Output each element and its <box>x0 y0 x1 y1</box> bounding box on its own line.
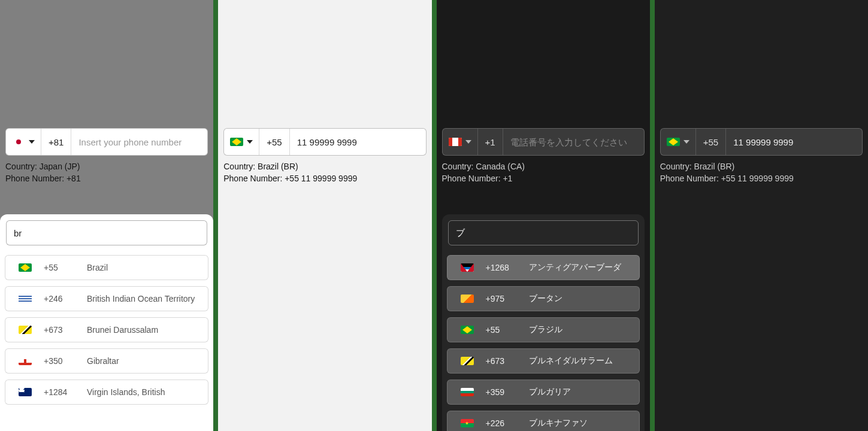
option-name: British Indian Ocean Territory <box>87 294 195 303</box>
chevron-down-icon <box>247 140 253 144</box>
panel-3: +55 Country: Brazil (BR) Phone Number: +… <box>655 0 868 431</box>
option-dial: +673 <box>44 325 76 335</box>
phone-input-row: +1 <box>442 128 645 156</box>
flag-brunei-icon <box>19 326 32 334</box>
country-option[interactable]: +226 ブルキナファソ <box>447 411 640 431</box>
info-block: Country: Japan (JP) Phone Number: +81 <box>5 160 81 184</box>
country-option[interactable]: +673 ブルネイダルサラーム <box>447 348 640 374</box>
chevron-down-icon <box>683 140 689 144</box>
country-search-input[interactable] <box>6 220 207 245</box>
flag-antigua-icon <box>461 263 474 272</box>
option-name: Brazil <box>87 263 108 272</box>
country-code-button[interactable] <box>224 129 259 155</box>
country-option-list: +55 Brazil +246 British Indian Ocean Ter… <box>5 255 208 405</box>
country-info: Country: Brazil (BR) <box>660 160 794 172</box>
option-dial: +226 <box>486 418 518 428</box>
panel-1: +55 Country: Brazil (BR) Phone Number: +… <box>218 0 431 431</box>
option-name: ブラジル <box>529 324 562 335</box>
phone-info: Phone Number: +55 11 99999 9999 <box>223 172 357 184</box>
info-block: Country: Brazil (BR) Phone Number: +55 1… <box>223 160 357 184</box>
info-block: Country: Brazil (BR) Phone Number: +55 1… <box>660 160 794 184</box>
option-dial: +55 <box>486 325 518 335</box>
option-dial: +1284 <box>44 387 76 397</box>
dial-code-label: +55 <box>696 129 726 155</box>
panel-2: +1 Country: Canada (CA) Phone Number: +1… <box>437 0 650 431</box>
dial-code-label: +1 <box>478 129 503 155</box>
phone-info: Phone Number: +81 <box>5 172 81 184</box>
flag-gibraltar-icon <box>19 357 32 365</box>
country-option[interactable]: +1268 アンティグアバーブーダ <box>447 255 640 280</box>
stage: +81 Country: Japan (JP) Phone Number: +8… <box>0 0 868 431</box>
option-dial: +975 <box>486 294 518 303</box>
country-option[interactable]: +55 ブラジル <box>447 317 640 342</box>
flag-bhutan-icon <box>461 295 474 303</box>
country-option[interactable]: +350 Gibraltar <box>5 348 208 374</box>
chevron-down-icon <box>29 140 35 144</box>
info-block: Country: Canada (CA) Phone Number: +1 <box>442 160 525 184</box>
country-search-input[interactable] <box>448 220 639 245</box>
option-name: Brunei Darussalam <box>87 325 158 335</box>
flag-japan-icon <box>12 138 25 146</box>
flag-bulgaria-icon <box>461 388 474 396</box>
country-code-button[interactable] <box>443 129 478 155</box>
flag-burkina-icon <box>461 419 474 427</box>
flag-brazil-icon <box>230 138 243 146</box>
dial-code-label: +81 <box>41 129 71 155</box>
country-picker-modal: +1268 アンティグアバーブーダ +975 ブータン +55 ブラジル +67… <box>442 214 645 431</box>
option-name: ブータン <box>529 293 562 304</box>
country-option[interactable]: +55 Brazil <box>5 255 208 280</box>
country-code-button[interactable] <box>6 129 41 155</box>
chevron-down-icon <box>465 140 471 144</box>
phone-input-row: +55 <box>223 128 426 156</box>
option-dial: +350 <box>44 356 76 366</box>
country-code-button[interactable] <box>661 129 696 155</box>
phone-info: Phone Number: +55 11 99999 9999 <box>660 172 794 184</box>
option-dial: +55 <box>44 263 76 272</box>
flag-brazil-icon <box>461 326 474 334</box>
flag-bvi-icon <box>19 388 32 396</box>
panel-0: +81 Country: Japan (JP) Phone Number: +8… <box>0 0 213 431</box>
country-option[interactable]: +246 British Indian Ocean Territory <box>5 286 208 311</box>
flag-canada-icon <box>449 138 462 146</box>
phone-input-row: +55 <box>660 128 863 156</box>
country-option[interactable]: +1284 Virgin Islands, British <box>5 380 208 405</box>
option-name: ブルキナファソ <box>529 418 588 429</box>
option-name: ブルネイダルサラーム <box>529 356 613 366</box>
option-name: ブルガリア <box>529 387 571 397</box>
option-dial: +673 <box>486 356 518 366</box>
phone-input-row: +81 <box>5 128 208 156</box>
option-dial: +359 <box>486 387 518 397</box>
country-info: Country: Japan (JP) <box>5 160 81 172</box>
flag-biot-icon <box>19 295 32 303</box>
country-option[interactable]: +975 ブータン <box>447 286 640 311</box>
country-option[interactable]: +673 Brunei Darussalam <box>5 317 208 342</box>
phone-info: Phone Number: +1 <box>442 172 525 184</box>
option-name: アンティグアバーブーダ <box>529 262 621 273</box>
option-dial: +1268 <box>486 263 518 272</box>
flag-brunei-icon <box>461 357 474 365</box>
phone-number-input[interactable] <box>290 129 426 155</box>
flag-brazil-icon <box>667 138 680 146</box>
country-picker-modal: +55 Brazil +246 British Indian Ocean Ter… <box>0 214 213 431</box>
dial-code-label: +55 <box>259 129 289 155</box>
country-info: Country: Brazil (BR) <box>223 160 357 172</box>
phone-number-input[interactable] <box>726 129 862 155</box>
option-name: Virgin Islands, British <box>87 387 165 397</box>
option-name: Gibraltar <box>87 356 119 366</box>
phone-number-input[interactable] <box>71 129 207 155</box>
phone-number-input[interactable] <box>503 129 644 155</box>
option-dial: +246 <box>44 294 76 303</box>
flag-brazil-icon <box>19 263 32 272</box>
country-option-list: +1268 アンティグアバーブーダ +975 ブータン +55 ブラジル +67… <box>447 255 640 431</box>
country-info: Country: Canada (CA) <box>442 160 525 172</box>
country-option[interactable]: +359 ブルガリア <box>447 380 640 405</box>
